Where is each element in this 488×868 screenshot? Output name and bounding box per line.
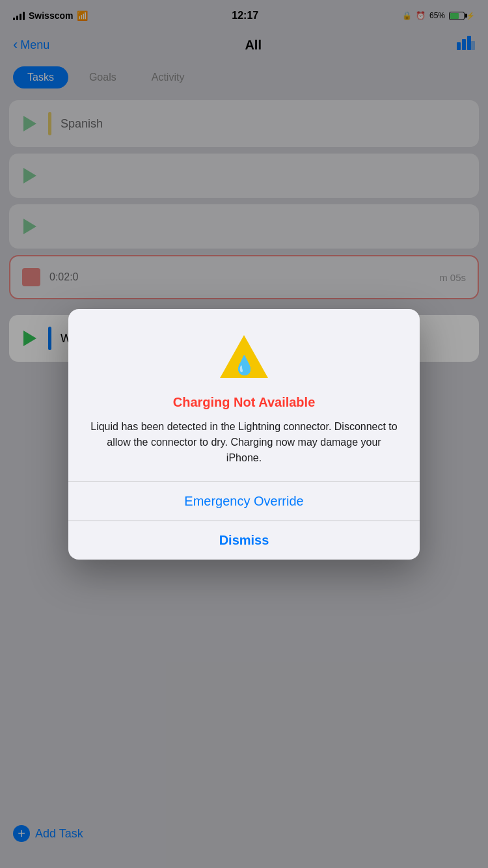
alert-title: Charging Not Available: [173, 395, 316, 410]
warning-triangle-icon: 💧: [217, 332, 271, 381]
dismiss-button[interactable]: Dismiss: [68, 521, 420, 560]
emergency-override-button[interactable]: Emergency Override: [68, 482, 420, 521]
alert-content: 💧 Charging Not Available Liquid has been…: [68, 309, 420, 481]
svg-text:💧: 💧: [233, 355, 256, 376]
alert-dialog: 💧 Charging Not Available Liquid has been…: [68, 309, 420, 560]
modal-overlay: 💧 Charging Not Available Liquid has been…: [0, 0, 488, 868]
alert-icon-wrapper: 💧: [217, 332, 271, 383]
alert-actions: Emergency Override Dismiss: [68, 481, 420, 560]
alert-message: Liquid has been detected in the Lightnin…: [89, 419, 399, 466]
